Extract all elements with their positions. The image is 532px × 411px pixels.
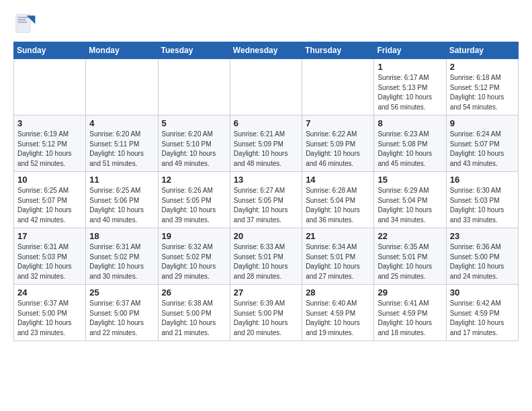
- day-number: 9: [450, 118, 515, 128]
- day-info: Sunrise: 6:26 AM Sunset: 5:05 PM Dayligh…: [162, 186, 226, 225]
- svg-rect-1: [17, 17, 28, 18]
- day-info: Sunrise: 6:24 AM Sunset: 5:07 PM Dayligh…: [450, 130, 515, 169]
- day-info: Sunrise: 6:36 AM Sunset: 5:00 PM Dayligh…: [450, 242, 515, 281]
- calendar-cell: 27Sunrise: 6:39 AM Sunset: 5:00 PM Dayli…: [230, 285, 302, 341]
- day-number: 5: [162, 118, 226, 128]
- day-info: Sunrise: 6:25 AM Sunset: 5:06 PM Dayligh…: [89, 186, 154, 225]
- day-info: Sunrise: 6:34 AM Sunset: 5:01 PM Dayligh…: [306, 242, 370, 281]
- calendar-cell: 28Sunrise: 6:40 AM Sunset: 4:59 PM Dayli…: [302, 285, 374, 341]
- day-info: Sunrise: 6:37 AM Sunset: 5:00 PM Dayligh…: [89, 299, 154, 338]
- day-number: 26: [162, 287, 226, 298]
- day-info: Sunrise: 6:27 AM Sunset: 5:05 PM Dayligh…: [234, 186, 298, 225]
- week-row-2: 3Sunrise: 6:19 AM Sunset: 5:12 PM Daylig…: [14, 116, 519, 172]
- day-number: 3: [17, 118, 82, 128]
- weekday-header-thursday: Thursday: [302, 42, 374, 59]
- calendar-cell: 5Sunrise: 6:20 AM Sunset: 5:10 PM Daylig…: [158, 116, 230, 172]
- page: SundayMondayTuesdayWednesdayThursdayFrid…: [0, 0, 532, 411]
- weekday-header-saturday: Saturday: [446, 42, 518, 59]
- day-number: 12: [162, 175, 226, 185]
- calendar-cell: [14, 59, 86, 116]
- day-number: 19: [162, 231, 226, 241]
- calendar-cell: [230, 59, 302, 116]
- calendar-cell: 22Sunrise: 6:35 AM Sunset: 5:01 PM Dayli…: [374, 228, 446, 285]
- calendar-cell: 25Sunrise: 6:37 AM Sunset: 5:00 PM Dayli…: [86, 285, 158, 341]
- day-number: 27: [234, 287, 298, 298]
- day-number: 16: [450, 175, 515, 185]
- day-info: Sunrise: 6:40 AM Sunset: 4:59 PM Dayligh…: [306, 299, 370, 338]
- calendar-cell: 2Sunrise: 6:18 AM Sunset: 5:12 PM Daylig…: [446, 59, 518, 116]
- calendar-cell: 15Sunrise: 6:29 AM Sunset: 5:04 PM Dayli…: [374, 172, 446, 228]
- svg-rect-3: [17, 21, 27, 23]
- day-info: Sunrise: 6:22 AM Sunset: 5:09 PM Dayligh…: [306, 130, 370, 169]
- day-number: 29: [378, 287, 442, 298]
- calendar-cell: 13Sunrise: 6:27 AM Sunset: 5:05 PM Dayli…: [230, 172, 302, 228]
- calendar-cell: 24Sunrise: 6:37 AM Sunset: 5:00 PM Dayli…: [14, 285, 86, 341]
- day-number: 23: [450, 231, 515, 241]
- calendar-cell: 7Sunrise: 6:22 AM Sunset: 5:09 PM Daylig…: [302, 116, 374, 172]
- day-number: 6: [234, 118, 298, 128]
- calendar-cell: 14Sunrise: 6:28 AM Sunset: 5:04 PM Dayli…: [302, 172, 374, 228]
- day-info: Sunrise: 6:19 AM Sunset: 5:12 PM Dayligh…: [17, 130, 82, 169]
- weekday-header-row: SundayMondayTuesdayWednesdayThursdayFrid…: [14, 42, 519, 59]
- week-row-5: 24Sunrise: 6:37 AM Sunset: 5:00 PM Dayli…: [14, 285, 519, 341]
- day-number: 2: [450, 62, 515, 72]
- calendar: SundayMondayTuesdayWednesdayThursdayFrid…: [13, 42, 519, 341]
- week-row-4: 17Sunrise: 6:31 AM Sunset: 5:03 PM Dayli…: [14, 228, 519, 285]
- calendar-cell: 9Sunrise: 6:24 AM Sunset: 5:07 PM Daylig…: [446, 116, 518, 172]
- day-info: Sunrise: 6:18 AM Sunset: 5:12 PM Dayligh…: [450, 73, 515, 112]
- day-info: Sunrise: 6:31 AM Sunset: 5:03 PM Dayligh…: [17, 242, 82, 281]
- calendar-cell: 16Sunrise: 6:30 AM Sunset: 5:03 PM Dayli…: [446, 172, 518, 228]
- weekday-header-sunday: Sunday: [14, 42, 86, 59]
- day-info: Sunrise: 6:28 AM Sunset: 5:04 PM Dayligh…: [306, 186, 370, 225]
- week-row-1: 1Sunrise: 6:17 AM Sunset: 5:13 PM Daylig…: [14, 59, 519, 116]
- day-number: 20: [234, 231, 298, 241]
- svg-rect-2: [17, 19, 26, 21]
- calendar-cell: 11Sunrise: 6:25 AM Sunset: 5:06 PM Dayli…: [86, 172, 158, 228]
- calendar-cell: 21Sunrise: 6:34 AM Sunset: 5:01 PM Dayli…: [302, 228, 374, 285]
- calendar-cell: 12Sunrise: 6:26 AM Sunset: 5:05 PM Dayli…: [158, 172, 230, 228]
- day-info: Sunrise: 6:25 AM Sunset: 5:07 PM Dayligh…: [17, 186, 82, 225]
- day-info: Sunrise: 6:21 AM Sunset: 5:09 PM Dayligh…: [234, 130, 298, 169]
- day-info: Sunrise: 6:30 AM Sunset: 5:03 PM Dayligh…: [450, 186, 515, 225]
- day-number: 13: [234, 175, 298, 185]
- day-number: 11: [89, 175, 154, 185]
- day-number: 22: [378, 231, 442, 241]
- day-info: Sunrise: 6:39 AM Sunset: 5:00 PM Dayligh…: [234, 299, 298, 338]
- day-info: Sunrise: 6:20 AM Sunset: 5:10 PM Dayligh…: [162, 130, 226, 169]
- calendar-cell: 3Sunrise: 6:19 AM Sunset: 5:12 PM Daylig…: [14, 116, 86, 172]
- day-number: 30: [450, 287, 515, 298]
- day-number: 21: [306, 231, 370, 241]
- day-number: 24: [17, 287, 82, 298]
- day-number: 14: [306, 175, 370, 185]
- day-number: 4: [89, 118, 154, 128]
- logo-icon: [13, 11, 38, 35]
- day-number: 28: [306, 287, 370, 298]
- day-number: 1: [378, 62, 442, 72]
- calendar-cell: 18Sunrise: 6:31 AM Sunset: 5:02 PM Dayli…: [86, 228, 158, 285]
- calendar-cell: [86, 59, 158, 116]
- day-info: Sunrise: 6:35 AM Sunset: 5:01 PM Dayligh…: [378, 242, 442, 281]
- day-number: 18: [89, 231, 154, 241]
- calendar-cell: 20Sunrise: 6:33 AM Sunset: 5:01 PM Dayli…: [230, 228, 302, 285]
- day-info: Sunrise: 6:20 AM Sunset: 5:11 PM Dayligh…: [89, 130, 154, 169]
- day-info: Sunrise: 6:42 AM Sunset: 4:59 PM Dayligh…: [450, 299, 515, 338]
- calendar-cell: 29Sunrise: 6:41 AM Sunset: 4:59 PM Dayli…: [374, 285, 446, 341]
- day-info: Sunrise: 6:32 AM Sunset: 5:02 PM Dayligh…: [162, 242, 226, 281]
- calendar-cell: 23Sunrise: 6:36 AM Sunset: 5:00 PM Dayli…: [446, 228, 518, 285]
- calendar-cell: 26Sunrise: 6:38 AM Sunset: 5:00 PM Dayli…: [158, 285, 230, 341]
- day-info: Sunrise: 6:23 AM Sunset: 5:08 PM Dayligh…: [378, 130, 442, 169]
- weekday-header-wednesday: Wednesday: [230, 42, 302, 59]
- day-info: Sunrise: 6:38 AM Sunset: 5:00 PM Dayligh…: [162, 299, 226, 338]
- calendar-cell: 17Sunrise: 6:31 AM Sunset: 5:03 PM Dayli…: [14, 228, 86, 285]
- day-info: Sunrise: 6:31 AM Sunset: 5:02 PM Dayligh…: [89, 242, 154, 281]
- day-number: 15: [378, 175, 442, 185]
- weekday-header-friday: Friday: [374, 42, 446, 59]
- weekday-header-monday: Monday: [86, 42, 158, 59]
- calendar-cell: 19Sunrise: 6:32 AM Sunset: 5:02 PM Dayli…: [158, 228, 230, 285]
- day-info: Sunrise: 6:33 AM Sunset: 5:01 PM Dayligh…: [234, 242, 298, 281]
- calendar-cell: [158, 59, 230, 116]
- day-info: Sunrise: 6:37 AM Sunset: 5:00 PM Dayligh…: [17, 299, 82, 338]
- day-number: 8: [378, 118, 442, 128]
- calendar-cell: [302, 59, 374, 116]
- calendar-cell: 4Sunrise: 6:20 AM Sunset: 5:11 PM Daylig…: [86, 116, 158, 172]
